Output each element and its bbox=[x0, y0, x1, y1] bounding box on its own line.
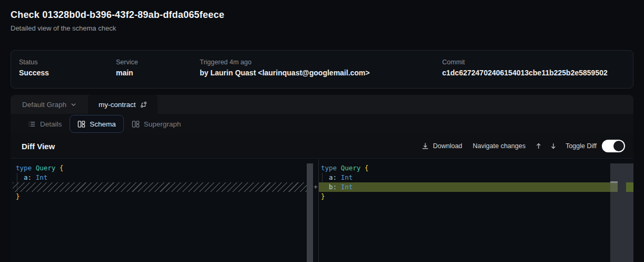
page-subtitle: Detailed view of the schema check bbox=[11, 24, 225, 32]
info-field-status: Status Success bbox=[19, 59, 49, 77]
code-token: Int bbox=[341, 173, 353, 181]
code-line: a: Int bbox=[11, 173, 315, 182]
code-token: Query bbox=[341, 164, 361, 172]
code-token: Query bbox=[36, 164, 56, 172]
code-token bbox=[55, 164, 60, 172]
scrollbar-slider-edge bbox=[610, 181, 618, 183]
code-token: } bbox=[16, 192, 20, 200]
download-button[interactable]: Download bbox=[422, 142, 462, 150]
info-field-service: Service main bbox=[116, 59, 138, 77]
download-icon bbox=[422, 142, 429, 150]
code-token: : bbox=[28, 173, 32, 181]
code-token: : bbox=[333, 173, 337, 181]
code-token: b bbox=[329, 183, 333, 191]
info-field-commit: Commit c1dc62724702406154013cbe11b225b2e… bbox=[442, 59, 608, 77]
code-token bbox=[32, 173, 36, 181]
code-line: type Query { bbox=[11, 163, 315, 173]
commit-value: c1dc62724702406154013cbe11b225b2e5859502 bbox=[442, 69, 608, 77]
toggle-diff-label: Toggle Diff bbox=[565, 142, 597, 150]
code-line bbox=[13, 182, 313, 192]
toggle-knob bbox=[613, 141, 624, 151]
code-token: Int bbox=[36, 173, 48, 181]
code-token bbox=[16, 173, 24, 181]
next-change-button[interactable] bbox=[550, 142, 557, 150]
chevron-down-icon bbox=[71, 102, 76, 108]
service-value: main bbox=[116, 69, 138, 77]
diff-pane-after: type Query { a: Int b: Int} bbox=[318, 159, 633, 262]
code-token: } bbox=[321, 192, 325, 200]
columns-icon bbox=[132, 120, 140, 128]
overview-ruler-added-marker bbox=[626, 182, 633, 192]
tab-details-label: Details bbox=[40, 120, 62, 128]
code-token bbox=[321, 173, 329, 181]
graph-tab-bar: Default Graph my-contract bbox=[11, 95, 633, 114]
toggle-diff-switch[interactable] bbox=[602, 140, 625, 152]
code-line: a: Int bbox=[319, 173, 633, 182]
tab-supergraph[interactable]: Supergraph bbox=[124, 115, 189, 133]
code-token bbox=[321, 183, 329, 191]
page-header: Check 01328b0d-b396-43f2-89ab-dfda065fee… bbox=[11, 9, 225, 32]
tab-default-graph[interactable]: Default Graph bbox=[11, 95, 88, 114]
arrow-down-icon bbox=[550, 142, 557, 150]
diff-view-header: Diff View Download Navigate changes bbox=[11, 134, 633, 159]
code-token: a bbox=[329, 173, 333, 181]
code-line: } bbox=[319, 192, 633, 201]
code-token bbox=[337, 183, 341, 191]
tab-my-contract[interactable]: my-contract bbox=[88, 95, 158, 114]
previous-change-button[interactable] bbox=[535, 142, 542, 150]
navigate-changes-label: Navigate changes bbox=[473, 142, 525, 150]
columns-icon bbox=[77, 120, 85, 128]
code-token: a bbox=[24, 173, 28, 181]
left-pane-scrollbar[interactable] bbox=[307, 163, 313, 262]
code-line: b: Int bbox=[319, 182, 618, 192]
triggered-label: Triggered 4m ago bbox=[200, 59, 370, 66]
info-field-triggered: Triggered 4m ago by Laurin Quast <laurin… bbox=[200, 59, 370, 77]
code-before: type Query { a: Int} bbox=[11, 159, 315, 201]
code-token: type bbox=[321, 164, 337, 172]
code-after: type Query { a: Int b: Int} bbox=[319, 159, 633, 201]
my-contract-label: my-contract bbox=[99, 101, 136, 109]
status-label: Status bbox=[19, 59, 49, 66]
code-token: { bbox=[365, 164, 369, 172]
code-token bbox=[337, 173, 341, 181]
view-tab-bar: Details Schema Supergraph bbox=[11, 114, 633, 134]
contract-compare-icon bbox=[140, 101, 147, 108]
check-detail-panel: Default Graph my-contract Details bbox=[11, 95, 633, 262]
code-line: type Query { bbox=[319, 163, 633, 173]
code-token bbox=[360, 164, 365, 172]
list-icon bbox=[28, 120, 36, 128]
tab-details[interactable]: Details bbox=[20, 115, 70, 133]
code-token: Int bbox=[341, 183, 353, 191]
service-label: Service bbox=[116, 59, 138, 66]
code-token bbox=[32, 164, 36, 172]
commit-label: Commit bbox=[442, 59, 608, 66]
code-line: } bbox=[11, 192, 315, 201]
check-info-card: Status Success Service main Triggered 4m… bbox=[11, 50, 633, 89]
arrow-up-icon bbox=[535, 142, 542, 150]
diff-toolbar: Download Navigate changes bbox=[422, 140, 633, 152]
tab-schema-label: Schema bbox=[90, 120, 116, 128]
diff-pane-before: type Query { a: Int} bbox=[11, 159, 315, 262]
right-pane-scrollbar[interactable] bbox=[610, 163, 633, 262]
code-token: : bbox=[333, 183, 337, 191]
default-graph-label: Default Graph bbox=[22, 101, 66, 109]
code-token: { bbox=[60, 164, 64, 172]
code-token: type bbox=[16, 164, 32, 172]
tab-supergraph-label: Supergraph bbox=[144, 120, 181, 128]
tab-schema[interactable]: Schema bbox=[70, 115, 124, 133]
page-title: Check 01328b0d-b396-43f2-89ab-dfda065fee… bbox=[11, 9, 225, 21]
code-token bbox=[337, 164, 341, 172]
triggered-value: by Laurin Quast <laurinquast@googlemail.… bbox=[200, 69, 370, 77]
download-label: Download bbox=[433, 142, 462, 150]
schema-diff-editor: type Query { a: Int} + type Query { a: I… bbox=[11, 159, 633, 262]
status-value: Success bbox=[19, 69, 49, 77]
diff-view-title: Diff View bbox=[22, 142, 55, 151]
